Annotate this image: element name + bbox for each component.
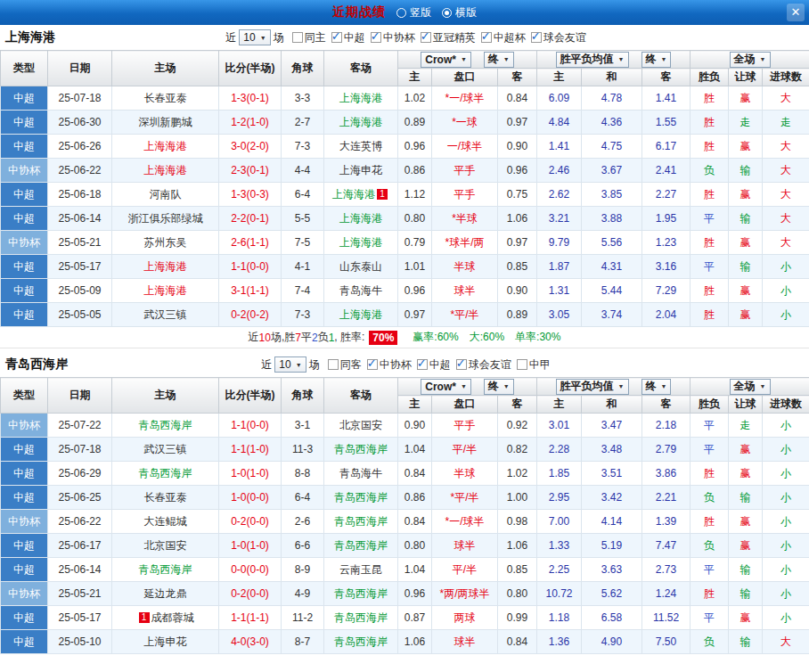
- scope-select[interactable]: 全场: [730, 52, 771, 68]
- team-section-header-2: 青岛西海岸 近10场同客中协杯中超球会友谊中甲: [0, 352, 809, 377]
- bookmaker-select[interactable]: Crow*: [421, 379, 471, 395]
- checkbox-icon: [292, 32, 303, 43]
- ah-away-odds-cell: 0.89: [498, 303, 537, 327]
- ah-away-odds-cell: 0.75: [498, 183, 537, 207]
- odds-average-select[interactable]: 胜平负均值: [556, 52, 629, 68]
- result-group-header: 全场: [691, 378, 809, 396]
- date-cell: 25-06-17: [48, 534, 112, 558]
- date-cell: 25-06-22: [48, 159, 112, 183]
- result-handicap-cell: 赢: [729, 231, 763, 255]
- away-win-odds-cell: 1.41: [642, 86, 691, 111]
- away-team-name: 山东泰山: [339, 260, 382, 273]
- away-team-cell: 青岛西海岸: [324, 606, 398, 630]
- filter-checkbox[interactable]: 同客: [328, 357, 362, 373]
- checkbox-icon: [421, 32, 431, 43]
- odds-average-select[interactable]: 胜平负均值: [556, 379, 629, 395]
- home-team-name: 上海海港: [144, 260, 187, 273]
- ah-away-odds-cell: 0.84: [498, 86, 537, 111]
- handicap-line-cell: 球半: [432, 279, 498, 303]
- draw-odds-cell: 4.90: [582, 630, 642, 654]
- match-row: 中超25-06-14青岛西海岸0-0(0-0)8-9云南玉昆1.04平/半0.8…: [1, 558, 809, 582]
- result-wdl-cell: 胜: [691, 86, 729, 111]
- filter-checkbox[interactable]: 中超: [417, 357, 451, 373]
- summary-text-segment: 近: [249, 330, 259, 345]
- ah-away-odds-cell: 0.96: [498, 159, 537, 183]
- close-icon[interactable]: ✕: [787, 4, 805, 21]
- score-cell: 1-3(0-3): [219, 183, 282, 207]
- home-win-odds-cell: 1.33: [537, 534, 582, 558]
- filter-checkbox[interactable]: 球会友谊: [531, 30, 586, 45]
- subcol-odds-draw: 和: [582, 69, 642, 86]
- scope-select[interactable]: 全场: [730, 379, 771, 395]
- checkbox-icon: [456, 359, 467, 370]
- subcol-odds-home: 主: [537, 69, 582, 86]
- match-row: 中超25-06-18河南队1-3(0-3)6-4上海海港11.12平手0.752…: [1, 183, 809, 207]
- home-team-name: 苏州东吴: [144, 236, 187, 249]
- ah-home-odds-cell: 0.90: [398, 414, 432, 438]
- away-win-odds-cell: 2.21: [642, 486, 691, 510]
- result-handicap-cell: 走: [729, 414, 763, 438]
- bookmaker-select[interactable]: Crow*: [421, 52, 471, 68]
- filter-checkbox[interactable]: 中超: [331, 30, 365, 45]
- draw-odds-cell: 5.56: [582, 231, 642, 255]
- handicap-final-select[interactable]: 终: [484, 52, 514, 68]
- ah-home-odds-cell: 0.86: [398, 159, 432, 183]
- ah-home-odds-cell: 0.80: [398, 534, 432, 558]
- ah-away-odds-cell: 1.00: [498, 486, 537, 510]
- odds-final-select[interactable]: 终: [641, 379, 672, 395]
- filter-checkbox[interactable]: 中协杯: [371, 30, 415, 45]
- competition-type-cell: 中超: [1, 135, 48, 159]
- ah-away-odds-cell: 0.85: [498, 558, 537, 582]
- result-goals-cell: 小: [763, 510, 809, 534]
- competition-type-cell: 中超: [1, 183, 48, 207]
- filter-checkbox[interactable]: 中协杯: [367, 357, 412, 373]
- corner-cell: 7-3: [282, 135, 324, 159]
- draw-odds-cell: 4.78: [582, 86, 642, 111]
- result-goals-cell: 小: [763, 534, 809, 558]
- competition-type-cell: 中超: [1, 462, 48, 486]
- filter-checkbox[interactable]: 中超杯: [481, 30, 526, 45]
- filter-checkbox[interactable]: 中甲: [517, 357, 551, 373]
- filter-checkbox[interactable]: 球会友谊: [456, 357, 511, 373]
- result-goals-cell: 小: [763, 303, 809, 327]
- layout-option-vertical-label: 竖版: [410, 5, 431, 20]
- filter-checkbox[interactable]: 同主: [292, 30, 326, 45]
- date-cell: 25-05-05: [48, 303, 112, 327]
- away-win-odds-cell: 6.17: [642, 135, 691, 159]
- filter-checkbox-label: 中超: [429, 357, 451, 373]
- col-header-away: 客场: [324, 51, 398, 86]
- filter-checkbox-label: 中超杯: [494, 30, 526, 45]
- layout-option-vertical[interactable]: 竖版: [396, 5, 431, 20]
- away-win-odds-cell: 3.16: [642, 255, 691, 279]
- checkbox-icon: [417, 359, 428, 370]
- filter-checkbox[interactable]: 亚冠精英: [421, 30, 476, 45]
- score-cell: 2-6(1-1): [219, 231, 282, 255]
- recent-count-select[interactable]: 10: [239, 29, 270, 45]
- away-team-cell: 山东泰山: [324, 255, 398, 279]
- handicap-line-cell: *球半/两: [432, 231, 498, 255]
- competition-type-cell: 中超: [1, 86, 48, 111]
- layout-option-horizontal[interactable]: 横版: [442, 5, 477, 20]
- date-cell: 25-05-09: [48, 279, 112, 303]
- result-wdl-cell: 胜: [691, 462, 729, 486]
- window-title: 近期战绩: [332, 4, 386, 20]
- handicap-final-select[interactable]: 终: [484, 379, 514, 395]
- competition-type-cell: 中超: [1, 255, 48, 279]
- result-handicap-cell: 赢: [729, 438, 763, 462]
- radio-selected-icon: [442, 8, 452, 18]
- odds-final-select[interactable]: 终: [641, 52, 672, 68]
- summary-text-segment: 平: [301, 330, 312, 345]
- ah-home-odds-cell: 1.01: [398, 255, 432, 279]
- corner-cell: 3-1: [282, 414, 324, 438]
- home-win-odds-cell: 2.62: [537, 183, 582, 207]
- recent-count-select[interactable]: 10: [274, 356, 306, 373]
- score-cell: 0-2(0-2): [219, 303, 282, 327]
- ah-home-odds-cell: 1.04: [398, 438, 432, 462]
- competition-type-cell: 中超: [1, 606, 48, 630]
- europe-odds-group-header: 胜平负均值 终: [537, 51, 691, 69]
- titlebar-center: 近期战绩 竖版 横版: [332, 4, 477, 20]
- corner-cell: 5-5: [282, 207, 324, 231]
- home-team-cell: 1成都蓉城: [112, 606, 219, 630]
- handicap-line-cell: *一/球半: [432, 510, 498, 534]
- filter-checkbox-label: 同主: [305, 30, 326, 45]
